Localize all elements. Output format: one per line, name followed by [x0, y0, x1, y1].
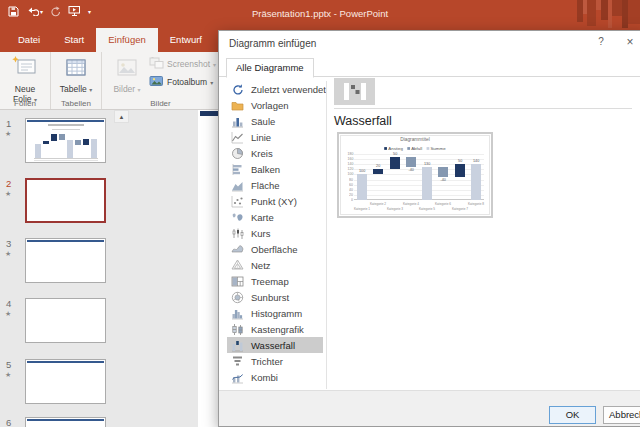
chart-type-kombi[interactable]: Kombi [227, 369, 323, 385]
chart-type-fläche[interactable]: Fläche [227, 177, 323, 193]
templates-chart-icon [231, 99, 244, 112]
ribbon-tab-datei[interactable]: Datei [6, 28, 52, 52]
chart-type-label: Karte [251, 212, 274, 223]
window-title: Präsentation1.pptx - PowerPoint [0, 0, 640, 28]
chart-type-linie[interactable]: Linie [227, 129, 323, 145]
y-axis-tick: 80 [348, 177, 354, 181]
ribbon-button-screenshot[interactable]: Screenshot▾ [149, 57, 216, 71]
screenshot-icon [149, 57, 164, 71]
chart-type-kurs[interactable]: Kurs [227, 225, 323, 241]
x-axis-label: Kategorie 2 [369, 202, 387, 205]
slide-thumbnail[interactable] [25, 178, 106, 223]
slide-thumbnail[interactable] [25, 359, 106, 404]
transition-star-icon: ★ [5, 310, 11, 318]
chart-type-zuletzt-verwendet[interactable]: Zuletzt verwendet [227, 81, 323, 97]
dialog-help-button[interactable]: ? [593, 36, 609, 47]
waterfall-bar [471, 164, 481, 200]
tab-alle-diagramme[interactable]: Alle Diagramme [226, 58, 314, 78]
bar-value-label: 20 [374, 164, 382, 168]
chart-type-karte[interactable]: Karte [227, 209, 323, 225]
chart-type-label: Trichter [251, 356, 283, 367]
x-axis-label: Kategorie 1 [353, 207, 371, 210]
chart-type-wasserfall[interactable]: Wasserfall [227, 337, 323, 353]
waterfall-bar [357, 174, 367, 200]
y-axis-tick: 20 [348, 193, 354, 197]
x-axis-label: Kategorie 8 [467, 202, 485, 205]
ribbon-group-label: Tabellen [51, 99, 101, 108]
dialog-close-button[interactable]: × [621, 35, 639, 49]
chart-type-label: Balken [251, 164, 280, 175]
bar-value-label: -40 [439, 178, 447, 182]
slide-thumbnail-item-2: 2★ [0, 178, 130, 230]
slide-number: 4 [6, 298, 11, 309]
chart-type-netz[interactable]: Netz [227, 257, 323, 273]
pie-chart-icon [231, 147, 244, 160]
waterfall-variant-thumbnail[interactable] [334, 78, 375, 105]
ribbon-button-fotoalbum[interactable]: Fotoalbum▾ [149, 75, 216, 89]
combo-chart-icon [231, 371, 244, 384]
waterfall-bar [406, 157, 416, 167]
pictures-icon [114, 55, 140, 85]
slide-number: 1 [6, 118, 11, 129]
slide-thumbnail[interactable] [25, 298, 106, 343]
ribbon-button-tabelle[interactable]: Tabelle ▾ [54, 53, 98, 96]
slide-thumbnail-item-3: 3★ [0, 238, 130, 290]
dropdown-caret-icon: ▾ [89, 87, 92, 93]
chart-type-kastengrafik[interactable]: Kastengrafik [227, 321, 323, 337]
bar-value-label: 50 [391, 152, 399, 156]
slide-title-line [27, 240, 104, 242]
funnel-chart-icon [231, 355, 244, 368]
chart-type-label: Säule [251, 116, 275, 127]
slide-thumbnail-item-5: 5★ [0, 359, 130, 411]
ribbon-tab-einfügen[interactable]: Einfügen [96, 28, 158, 52]
chart-type-säule[interactable]: Säule [227, 113, 323, 129]
chart-type-histogramm[interactable]: Histogramm [227, 305, 323, 321]
slide-number: 6 [6, 417, 11, 427]
legend-item: Abfall [407, 146, 422, 151]
ribbon-group-label: Bilder [102, 99, 219, 108]
ribbon-tab-start[interactable]: Start [52, 28, 96, 52]
area-chart-icon [231, 179, 244, 192]
cancel-button[interactable]: Abbrechen [603, 406, 640, 424]
chart-type-label: Kreis [251, 148, 273, 159]
ribbon-button-label: Tabelle ▾ [57, 85, 95, 96]
x-axis-label: Kategorie 3 [386, 207, 404, 210]
slide-number: 3 [6, 238, 11, 249]
chart-type-label: Wasserfall [251, 340, 295, 351]
scroll-up-arrow[interactable]: ▲ [114, 110, 129, 123]
x-axis-label: Kategorie 4 [402, 202, 420, 205]
chart-type-oberfläche[interactable]: Oberfläche [227, 241, 323, 257]
bar-value-label: 50 [456, 159, 464, 163]
y-axis-tick: 140 [348, 162, 354, 166]
chart-type-kreis[interactable]: Kreis [227, 145, 323, 161]
slide-thumbnail[interactable] [25, 118, 106, 163]
slide-thumbnail-item-1: 1★ [0, 118, 130, 170]
chart-type-vorlagen[interactable]: Vorlagen [227, 97, 323, 113]
line-chart-icon [231, 131, 244, 144]
dropdown-caret-icon: ▾ [138, 87, 141, 93]
ribbon-button-neue-folie[interactable]: Neue Folie ▾ [3, 53, 47, 105]
slide-mini-chart [30, 122, 102, 160]
chart-preview[interactable]: DiagrammtitelAnstiegAbfallSumme020406080… [337, 132, 493, 218]
ribbon-button-bilder[interactable]: Bilder ▾ [105, 53, 149, 96]
chart-type-punkt-xy[interactable]: Punkt (XY) [227, 193, 323, 209]
slide-thumbnail[interactable] [25, 238, 106, 283]
chart-type-trichter[interactable]: Trichter [227, 353, 323, 369]
y-axis-tick: 40 [348, 188, 354, 192]
ok-button[interactable]: OK [549, 406, 596, 424]
chart-type-label: Vorlagen [251, 100, 289, 111]
waterfall-bar [373, 169, 383, 174]
ribbon-button-label: Fotoalbum [167, 77, 207, 87]
slide-number: 2 [6, 178, 11, 189]
chart-type-balken[interactable]: Balken [227, 161, 323, 177]
chart-type-treemap[interactable]: Treemap [227, 273, 323, 289]
ribbon-tab-entwurf[interactable]: Entwurf [158, 28, 214, 52]
map-chart-icon [231, 211, 244, 224]
title-bar: ▾ ▾ Präsentation1.pptx - PowerPoint [0, 0, 640, 28]
y-axis-tick: 160 [348, 157, 354, 161]
chart-legend: AnstiegAbfallSumme [374, 146, 455, 151]
recent-chart-icon [231, 83, 244, 96]
slide-thumbnail[interactable] [25, 417, 106, 427]
column-chart-icon [231, 115, 244, 128]
chart-type-sunburst[interactable]: Sunburst [227, 289, 323, 305]
